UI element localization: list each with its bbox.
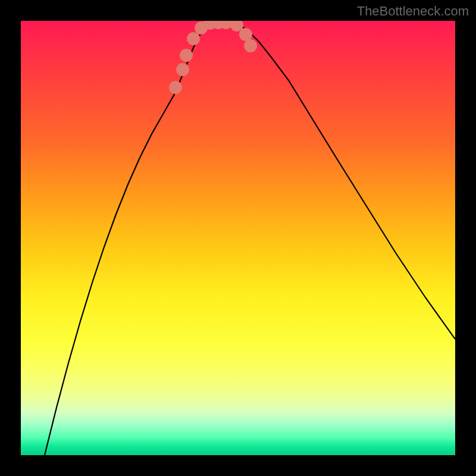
bottleneck-curve: [45, 21, 455, 455]
plot-area: [21, 21, 455, 455]
highlight-marker: [169, 81, 182, 94]
highlight-marker: [244, 39, 257, 52]
highlight-marker: [180, 49, 193, 62]
highlight-marker: [176, 63, 189, 76]
highlight-marker: [187, 32, 200, 45]
highlight-markers: [169, 21, 257, 94]
highlight-marker: [239, 28, 252, 41]
chart-svg: [21, 21, 455, 455]
watermark-text: TheBottleneck.com: [357, 4, 469, 19]
